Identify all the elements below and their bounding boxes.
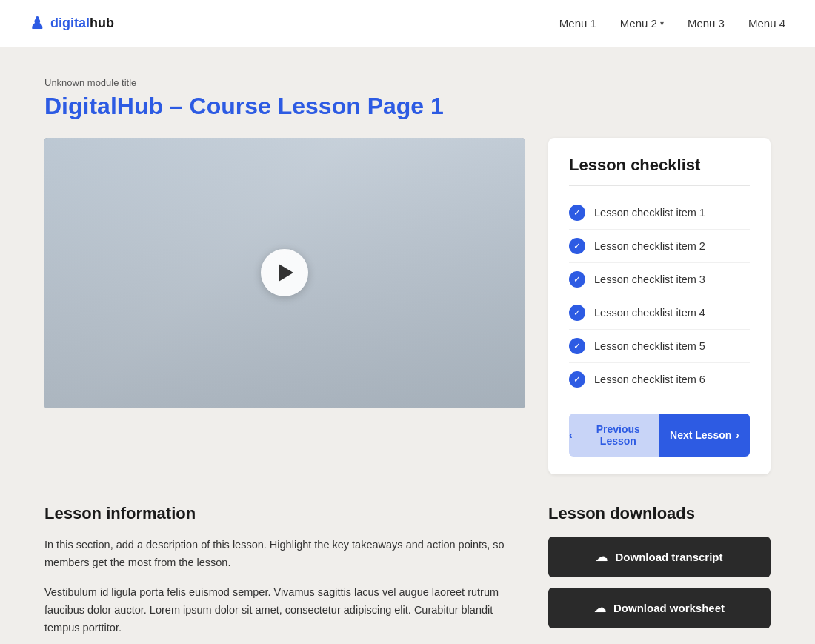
check-icon: ✓ — [569, 338, 585, 354]
check-icon: ✓ — [569, 238, 585, 254]
nav-item-menu4[interactable]: Menu 4 — [748, 17, 785, 30]
cloud-download-icon: ☁ — [596, 550, 608, 564]
chevron-down-icon: ▾ — [660, 19, 664, 27]
lesson-navigation: ‹ Previous Lesson Next Lesson › — [569, 414, 750, 457]
play-icon — [279, 264, 293, 282]
lesson-downloads: Lesson downloads ☁ Download transcript ☁… — [548, 504, 771, 639]
logo-hub: hub — [90, 16, 114, 30]
module-label: Unknown module title — [44, 77, 771, 88]
download-worksheet-button[interactable]: ☁ Download worksheet — [548, 588, 771, 628]
checklist-title: Lesson checklist — [569, 156, 750, 186]
check-icon: ✓ — [569, 205, 585, 221]
lesson-info-title: Lesson information — [44, 504, 525, 523]
nav-link-menu1[interactable]: Menu 1 — [559, 17, 596, 30]
chevron-left-icon: ‹ — [569, 429, 573, 441]
downloads-title: Lesson downloads — [548, 504, 771, 523]
logo-digital: digital — [50, 16, 90, 30]
checklist-items: ✓ Lesson checklist item 1 ✓ Lesson check… — [569, 196, 750, 396]
page-content: Unknown module title DigitalHub – Course… — [15, 47, 800, 644]
checklist-card: Lesson checklist ✓ Lesson checklist item… — [548, 138, 771, 474]
bottom-grid: Lesson information In this section, add … — [44, 504, 771, 644]
logo-text: digitalhub — [50, 16, 114, 31]
next-lesson-button[interactable]: Next Lesson › — [659, 414, 750, 457]
video-player[interactable] — [44, 138, 525, 408]
list-item: ✓ Lesson checklist item 3 — [569, 263, 750, 296]
navbar: ♟ digitalhub Menu 1 Menu 2 ▾ Menu 3 Menu… — [0, 0, 815, 47]
play-button[interactable] — [261, 249, 308, 296]
main-grid: Lesson checklist ✓ Lesson checklist item… — [44, 138, 771, 474]
logo[interactable]: ♟ digitalhub — [30, 14, 114, 33]
nav-item-menu3[interactable]: Menu 3 — [688, 17, 725, 30]
nav-item-menu1[interactable]: Menu 1 — [559, 17, 596, 30]
download-transcript-button[interactable]: ☁ Download transcript — [548, 537, 771, 577]
page-title: DigitalHub – Course Lesson Page 1 — [44, 93, 771, 120]
check-icon: ✓ — [569, 271, 585, 288]
nav-link-menu2[interactable]: Menu 2 ▾ — [620, 17, 664, 30]
list-item: ✓ Lesson checklist item 2 — [569, 230, 750, 263]
nav-link-menu4[interactable]: Menu 4 — [748, 17, 785, 30]
lesson-info-para1: In this section, add a description of th… — [44, 537, 525, 572]
check-icon: ✓ — [569, 305, 585, 321]
list-item: ✓ Lesson checklist item 1 — [569, 196, 750, 230]
list-item: ✓ Lesson checklist item 6 — [569, 363, 750, 396]
lesson-info-para2: Vestibulum id ligula porta felis euismod… — [44, 584, 525, 637]
video-background — [44, 138, 525, 408]
cloud-download-icon: ☁ — [594, 601, 606, 615]
nav-links: Menu 1 Menu 2 ▾ Menu 3 Menu 4 — [559, 17, 785, 30]
lesson-info: Lesson information In this section, add … — [44, 504, 525, 644]
list-item: ✓ Lesson checklist item 5 — [569, 330, 750, 363]
logo-icon: ♟ — [30, 14, 44, 33]
check-icon: ✓ — [569, 371, 585, 388]
nav-link-menu3[interactable]: Menu 3 — [688, 17, 725, 30]
previous-lesson-button[interactable]: ‹ Previous Lesson — [569, 414, 659, 457]
list-item: ✓ Lesson checklist item 4 — [569, 296, 750, 330]
nav-item-menu2[interactable]: Menu 2 ▾ — [620, 17, 664, 30]
chevron-right-icon: › — [736, 429, 739, 441]
